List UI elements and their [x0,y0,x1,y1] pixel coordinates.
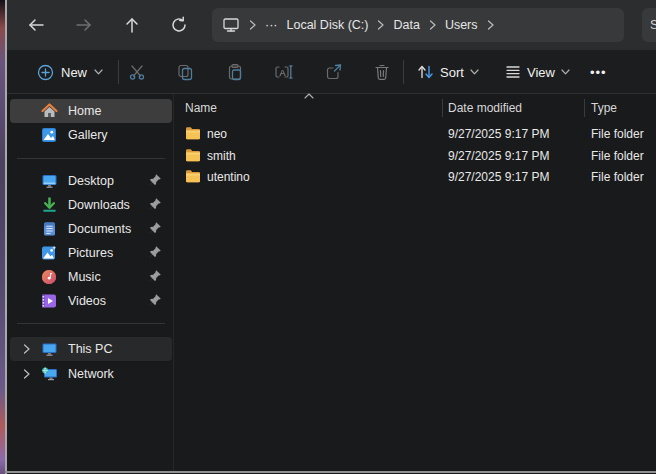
back-icon [26,17,46,33]
sidebar-item-home[interactable]: Home [10,99,172,123]
breadcrumb-bar[interactable]: ··· Local Disk (C:) Data Users [212,8,624,42]
gallery-icon [40,126,58,144]
back-button[interactable] [24,13,48,37]
svg-text:A: A [280,68,286,78]
sidebar-item-gallery[interactable]: Gallery [10,123,172,147]
rename-button[interactable]: A [272,60,296,84]
search-box[interactable]: Se [642,8,656,42]
window-bottom-border [5,471,656,473]
chevron-down-icon [470,69,479,75]
breadcrumb-overflow[interactable]: ··· [265,18,278,32]
sidebar-item-this-pc[interactable]: This PC [10,337,172,361]
toolbar-divider [403,60,404,84]
music-icon [40,268,58,286]
sidebar-item-downloads[interactable]: Downloads [10,193,172,217]
file-row-neo[interactable]: neo 9/27/2025 9:17 PM File folder [174,123,656,144]
sidebar-item-network[interactable]: Network [10,362,172,386]
file-row-utentino[interactable]: utentino 9/27/2025 9:17 PM File folder [174,166,656,187]
sidebar-item-label: Desktop [68,174,114,188]
navigation-bar: ··· Local Disk (C:) Data Users Se [7,0,656,50]
view-icon [505,65,521,79]
chevron-right-icon [487,20,494,30]
sidebar-item-label: Pictures [68,246,113,260]
new-button[interactable]: New [29,58,111,86]
pictures-icon [40,244,58,262]
downloads-icon [40,196,58,214]
column-header-type[interactable]: Type [591,101,617,115]
more-options-button[interactable]: ••• [590,58,607,86]
column-divider[interactable] [584,99,585,117]
file-type: File folder [591,149,644,163]
chevron-right-icon [429,20,436,30]
refresh-button[interactable] [167,13,191,37]
copy-button[interactable] [173,60,197,84]
command-toolbar: New A Sort View [7,50,656,94]
file-date-modified: 9/27/2025 9:17 PM [448,170,549,184]
sidebar-item-label: Gallery [68,128,108,142]
file-row-smith[interactable]: smith 9/27/2025 9:17 PM File folder [174,145,656,166]
search-input[interactable]: Se [650,18,656,32]
sidebar-item-label: Network [68,367,114,381]
sort-button-label: Sort [440,65,464,80]
column-header-date-modified[interactable]: Date modified [448,101,522,115]
file-name: utentino [207,170,250,184]
sidebar-item-label: Downloads [68,198,130,212]
sidebar-item-desktop[interactable]: Desktop [10,169,172,193]
sidebar-item-documents[interactable]: Documents [10,217,172,241]
sidebar-item-pictures[interactable]: Pictures [10,241,172,265]
breadcrumb-users[interactable]: Users [445,18,478,32]
view-button-label: View [527,65,555,80]
rename-icon: A [274,63,294,81]
folder-icon [185,148,201,162]
folder-icon [185,126,201,140]
sidebar-item-label: This PC [68,342,112,356]
folder-icon [185,169,201,183]
file-date-modified: 9/27/2025 9:17 PM [448,127,549,141]
expand-chevron-icon[interactable] [18,369,34,379]
pin-icon [148,197,164,213]
sidebar-item-label: Videos [68,294,106,308]
sort-icon [417,64,434,80]
file-explorer-window: ··· Local Disk (C:) Data Users Se New [0,0,656,474]
column-header-name[interactable]: Name [185,101,217,115]
file-date-modified: 9/27/2025 9:17 PM [448,149,549,163]
sidebar-item-label: Documents [68,222,131,236]
paste-icon [226,63,244,81]
sort-button[interactable]: Sort [417,58,479,86]
pin-icon [148,245,164,261]
more-options-icon: ••• [590,65,607,80]
sidebar-separator [17,158,165,159]
share-icon [325,63,343,81]
sidebar-item-label: Music [68,270,101,284]
file-type: File folder [591,170,644,184]
share-button[interactable] [322,60,346,84]
file-name: smith [207,149,236,163]
plus-circle-icon [37,64,54,81]
breadcrumb-local-disk-c[interactable]: Local Disk (C:) [287,18,369,32]
home-icon [40,102,58,120]
chevron-right-icon [377,20,384,30]
content-area: Home Gallery Desktop Downloads [7,94,656,471]
column-divider[interactable] [442,99,443,117]
cut-button[interactable] [125,60,149,84]
new-button-label: New [61,65,87,80]
breadcrumb-data[interactable]: Data [393,18,419,32]
paste-button[interactable] [223,60,247,84]
forward-button[interactable] [72,13,96,37]
sidebar-item-music[interactable]: Music [10,265,172,289]
copy-icon [176,63,194,81]
expand-chevron-icon[interactable] [18,344,34,354]
sidebar-item-videos[interactable]: Videos [10,289,172,313]
forward-icon [74,17,94,33]
up-button[interactable] [120,13,144,37]
chevron-down-icon [94,69,103,75]
pin-icon [148,221,164,237]
sort-ascending-caret-icon [304,93,314,99]
delete-button[interactable] [370,60,394,84]
sidebar-separator [17,323,165,324]
videos-icon [40,292,58,310]
view-button[interactable]: View [505,58,570,86]
chevron-down-icon [561,69,570,75]
this-pc-monitor-icon [222,17,240,33]
chevron-right-icon [249,20,256,30]
